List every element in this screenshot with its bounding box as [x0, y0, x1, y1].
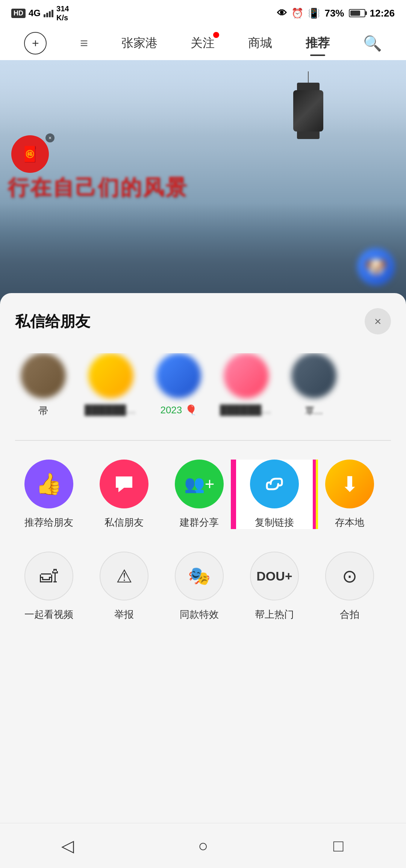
copy-link-label: 复制链接 — [255, 516, 294, 529]
back-button[interactable]: ◁ — [53, 831, 83, 861]
lantern-bottom — [297, 132, 320, 139]
signal-bar-3 — [49, 11, 51, 17]
divider — [15, 440, 391, 441]
save-local-label: 存本地 — [335, 516, 364, 529]
private-msg-icon — [100, 460, 148, 508]
lantern-top — [297, 83, 320, 90]
close-red-envelope[interactable]: × — [45, 133, 55, 142]
battery-icon — [349, 9, 365, 17]
lantern-string — [308, 71, 309, 83]
eye-icon: 👁 — [277, 8, 287, 19]
signal-bar-4 — [52, 10, 53, 17]
nav-item-follow[interactable]: 关注 — [191, 35, 215, 51]
friend-avatar-5 — [291, 353, 336, 398]
action-watch-together[interactable]: 🛋 一起看视频 — [15, 552, 83, 621]
same-effect-icon: 🎭 — [175, 552, 224, 600]
nav-item-recommend[interactable]: 推荐 — [306, 35, 330, 51]
add-button[interactable]: + — [24, 32, 47, 54]
video-text: 行在自己们的风景 — [8, 174, 188, 202]
recommend-icon: 👍 — [24, 460, 73, 508]
mist-effect — [0, 60, 406, 135]
bottom-navigation: ◁ ○ □ — [0, 823, 406, 868]
action-report[interactable]: ⚠ 举报 — [90, 552, 158, 621]
friend-item-4[interactable]: ████████ — [218, 353, 274, 417]
action-row-1: 👍 推荐给朋友 私信朋友 👥+ 建群分享 复制链接 — [15, 460, 391, 529]
user-avatar-right[interactable]: 🐶 — [357, 248, 395, 286]
nav-item-zhangjiagang[interactable]: 张家港 — [121, 35, 158, 51]
action-row-2: 🛋 一起看视频 ⚠ 举报 🎭 同款特效 DOU+ 帮上热门 ⊙ 合拍 — [15, 552, 391, 621]
action-save-local[interactable]: ⬇ 存本地 — [316, 460, 383, 529]
same-effect-label: 同款特效 — [180, 608, 219, 621]
search-icon[interactable]: 🔍 — [363, 35, 382, 52]
action-collab[interactable]: ⊙ 合拍 — [316, 552, 383, 621]
signal-bars — [44, 9, 53, 17]
friend-name-1: 帚 — [38, 404, 48, 417]
save-local-icon: ⬇ — [325, 460, 374, 508]
signal-bar-2 — [46, 13, 48, 17]
friend-item-5[interactable]: 覃... — [286, 353, 342, 417]
group-share-icon: 👥+ — [175, 460, 224, 508]
friend-name-5: 覃... — [305, 404, 323, 417]
status-right: 👁 ⏰ 📳 73% 12:26 — [277, 8, 395, 19]
help-hot-label: 帮上热门 — [255, 608, 294, 621]
action-private-msg[interactable]: 私信朋友 — [90, 460, 158, 529]
friend-item-2[interactable]: ████████ — [83, 353, 139, 417]
copy-link-icon — [250, 460, 299, 508]
battery-fill — [350, 11, 360, 16]
time-display: 12:26 — [370, 8, 395, 19]
status-left: HD 4G 314K/s — [11, 4, 69, 22]
friend-avatar-1 — [21, 353, 66, 398]
hd-badge: HD — [11, 9, 26, 18]
friends-list: 帚 ████████ 2023 🎈 ████████ 覃... — [15, 353, 391, 421]
dou-plus-text: DOU+ — [256, 569, 292, 584]
group-share-label: 建群分享 — [180, 516, 219, 529]
video-text-area: 行在自己们的风景 — [0, 165, 406, 210]
report-label: 举报 — [114, 608, 134, 621]
network-type: 4G — [29, 8, 41, 18]
friend-item-1[interactable]: 帚 — [15, 353, 71, 417]
home-button[interactable]: ○ — [188, 831, 218, 861]
action-group-share[interactable]: 👥+ 建群分享 — [165, 460, 233, 529]
share-title: 私信给朋友 — [15, 311, 90, 332]
friend-avatar-3 — [156, 353, 201, 398]
collab-icon: ⊙ — [325, 552, 374, 600]
private-msg-label: 私信朋友 — [105, 516, 144, 529]
friend-name-4: ████████ — [220, 404, 273, 416]
recommend-label: 推荐给朋友 — [24, 516, 73, 529]
lantern-decoration — [286, 71, 331, 132]
share-close-button[interactable]: × — [365, 308, 391, 334]
recent-apps-button[interactable]: □ — [323, 831, 353, 861]
friend-avatar-2 — [88, 353, 133, 398]
status-bar: HD 4G 314K/s 👁 ⏰ 📳 73% 12:26 — [0, 0, 406, 26]
watch-together-icon: 🛋 — [24, 552, 73, 600]
friend-name-3: 2023 🎈 — [160, 404, 197, 416]
speed-indicator: 314K/s — [56, 4, 69, 22]
battery-percent: 73% — [324, 8, 344, 19]
watch-together-label: 一起看视频 — [24, 608, 73, 621]
red-envelope-icon: 🧧 — [11, 135, 49, 173]
vibrate-icon: 📳 — [308, 8, 320, 19]
dou-plus-icon: DOU+ — [250, 552, 299, 600]
signal-bar-1 — [44, 14, 45, 17]
share-sheet: 私信给朋友 × 帚 ████████ 2023 🎈 ████████ 覃... … — [0, 293, 406, 842]
action-recommend[interactable]: 👍 推荐给朋友 — [15, 460, 83, 529]
action-copy-link[interactable]: 复制链接 — [241, 460, 308, 529]
lantern-body — [293, 90, 323, 132]
friend-avatar-4 — [224, 353, 269, 398]
alarm-icon: ⏰ — [291, 8, 303, 19]
nav-item-mall[interactable]: 商城 — [248, 35, 272, 51]
report-icon: ⚠ — [100, 552, 148, 600]
red-envelope-avatar[interactable]: × 🧧 — [11, 135, 53, 177]
collab-label: 合拍 — [340, 608, 359, 621]
action-same-effect[interactable]: 🎭 同款特效 — [165, 552, 233, 621]
edit-icon[interactable]: ≡ — [80, 35, 88, 51]
friend-name-2: ████████ — [85, 404, 137, 416]
share-header: 私信给朋友 × — [15, 308, 391, 334]
friend-item-3[interactable]: 2023 🎈 — [150, 353, 207, 417]
action-help-hot[interactable]: DOU+ 帮上热门 — [241, 552, 308, 621]
top-navigation: + ≡ 张家港 关注 商城 推荐 🔍 — [0, 26, 406, 60]
